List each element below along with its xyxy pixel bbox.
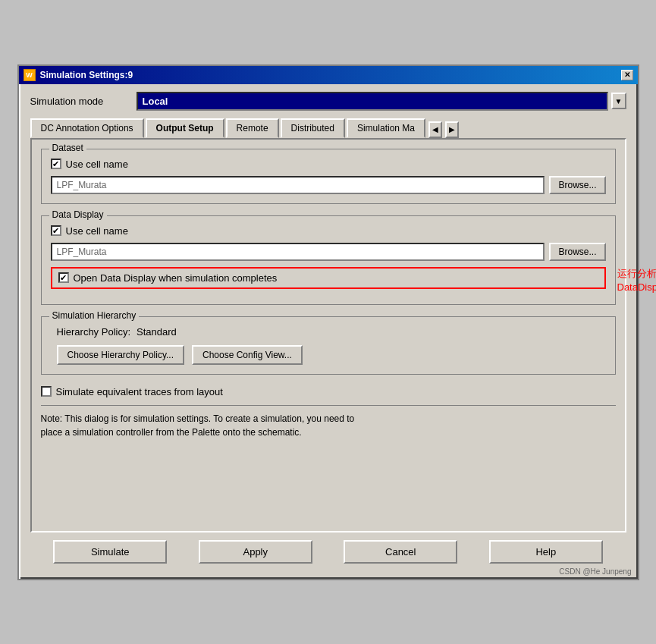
dataset-group-title: Dataset (49, 143, 86, 153)
simulation-hierarchy-title: Simulation Hierarchy (49, 310, 140, 321)
simulation-hierarchy-group: Simulation Hierarchy Hierarchy Policy: S… (41, 316, 616, 375)
tab-distributed[interactable]: Distributed (281, 118, 345, 138)
data-display-group-title: Data Display (49, 209, 107, 220)
dataset-group-content: ✔ Use cell name LPF_Murata Browse... (51, 159, 606, 194)
note-area: Note: This dialog is for simulation sett… (41, 405, 616, 445)
simulation-mode-select[interactable]: Local (137, 92, 608, 111)
cancel-button[interactable]: Cancel (344, 540, 457, 564)
main-window: W Simulation Settings:9 ✕ Simulation mod… (17, 64, 639, 580)
dataset-input-row: LPF_Murata Browse... (51, 176, 606, 194)
main-panel: Dataset ✔ Use cell name LPF_Murata Brows… (30, 138, 626, 532)
window-content: Simulation mode Local ▼ DC Annotation Op… (19, 84, 638, 579)
simulation-mode-label: Simulation mode (30, 96, 121, 107)
data-display-use-cell-name-label: Use cell name (66, 225, 128, 237)
dataset-input[interactable]: LPF_Murata (51, 176, 545, 194)
apply-button[interactable]: Apply (199, 540, 312, 564)
tabs-row: DC Annotation Options Output Setup Remot… (30, 118, 626, 138)
watermark: CSDN @He Junpeng (559, 567, 631, 576)
open-display-row: ✔ Open Data Display when simulation comp… (51, 267, 606, 289)
close-button[interactable]: ✕ (621, 70, 633, 80)
choose-hierarchy-button[interactable]: Choose Hierarchy Policy... (57, 345, 185, 365)
hierarchy-policy-value: Standard (137, 326, 177, 338)
hierarchy-policy-label: Hierarchy Policy: (57, 326, 131, 338)
hierarchy-policy-row: Hierarchy Policy: Standard (51, 326, 606, 338)
app-icon: W (24, 69, 36, 81)
simulate-button[interactable]: Simulate (53, 540, 167, 564)
simulate-equiv-checkbox[interactable] (41, 386, 52, 397)
open-display-container: ✔ Open Data Display when simulation comp… (51, 267, 606, 289)
open-display-label: Open Data Display when simulation comple… (74, 272, 278, 284)
open-display-checkbox[interactable]: ✔ (58, 272, 69, 283)
data-display-browse-button[interactable]: Browse... (549, 243, 605, 261)
title-bar-left: W Simulation Settings:9 (24, 69, 133, 81)
data-display-input-row: LPF_Murata Browse... (51, 243, 606, 261)
data-display-group-content: ✔ Use cell name LPF_Murata Browse... ✔ O… (51, 225, 606, 289)
simulate-equiv-row: Simulate equivalent traces from layout (41, 386, 616, 397)
dataset-use-cell-name-row: ✔ Use cell name (51, 159, 606, 170)
tab-output-setup[interactable]: Output Setup (146, 118, 224, 138)
data-display-use-cell-name-row: ✔ Use cell name (51, 225, 606, 237)
data-display-group: Data Display ✔ Use cell name LPF_Murata … (41, 215, 616, 305)
choose-config-button[interactable]: Choose Config View... (192, 345, 303, 365)
window-title: Simulation Settings:9 (40, 70, 133, 80)
title-bar: W Simulation Settings:9 ✕ (19, 66, 638, 84)
simulation-hierarchy-content: Hierarchy Policy: Standard Choose Hierar… (51, 326, 606, 365)
dataset-group: Dataset ✔ Use cell name LPF_Murata Brows… (41, 149, 616, 204)
simulate-equiv-label: Simulate equivalent traces from layout (56, 386, 223, 397)
help-button[interactable]: Help (489, 540, 603, 564)
tab-scroll-right[interactable]: ▶ (445, 121, 459, 138)
dropdown-arrow-icon[interactable]: ▼ (611, 93, 626, 109)
annotation-text: 运行分析完成后是否打开 DataDisplay (617, 267, 657, 294)
dataset-use-cell-name-label: Use cell name (66, 159, 128, 170)
data-display-input[interactable]: LPF_Murata (51, 243, 545, 261)
data-display-use-cell-name-checkbox[interactable]: ✔ (51, 225, 61, 236)
tab-dc-annotation[interactable]: DC Annotation Options (30, 118, 144, 138)
note-text: Note: This dialog is for simulation sett… (41, 413, 355, 438)
dataset-use-cell-name-checkbox[interactable]: ✔ (51, 159, 61, 169)
select-wrapper: Local ▼ (137, 92, 626, 111)
tab-remote[interactable]: Remote (226, 118, 279, 138)
tab-simulation-manager[interactable]: Simulation Ma (347, 118, 425, 138)
hierarchy-buttons-row: Choose Hierarchy Policy... Choose Config… (51, 345, 606, 365)
tab-scroll-left[interactable]: ◀ (428, 121, 442, 138)
dataset-browse-button[interactable]: Browse... (549, 176, 605, 194)
bottom-buttons: Simulate Apply Cancel Help (30, 532, 626, 571)
simulation-mode-row: Simulation mode Local ▼ (30, 92, 626, 111)
